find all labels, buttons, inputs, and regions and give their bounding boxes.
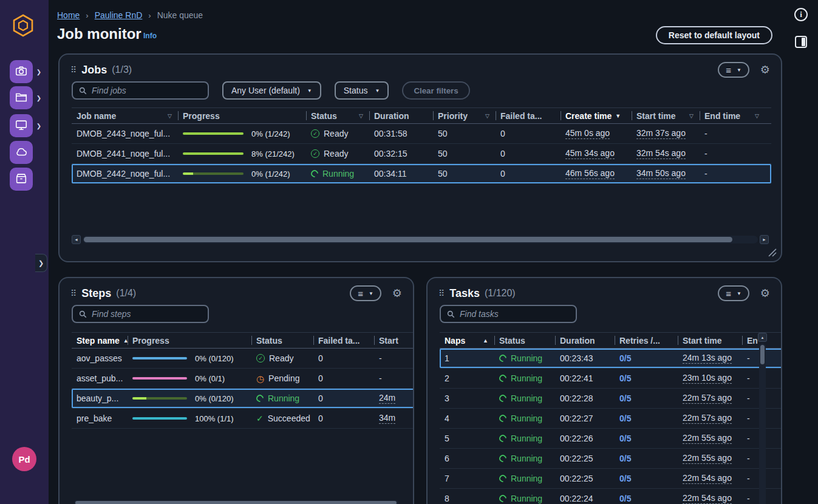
col-progress[interactable]: Progress	[178, 108, 306, 123]
scrollbar-thumb[interactable]	[75, 501, 397, 504]
retries-link[interactable]: 0/5	[619, 393, 631, 403]
create-time-value[interactable]: 45m 34s ago	[565, 148, 615, 159]
scrollbar-thumb[interactable]	[84, 237, 732, 242]
table-row[interactable]: DMOB_2441_noqe_ful... 8% (21/242) ✓Ready…	[72, 144, 771, 164]
start-time-value[interactable]: 34m	[379, 413, 395, 424]
breadcrumb-farm-link[interactable]: Pauline RnD	[95, 10, 143, 20]
tasks-search-input[interactable]	[460, 309, 570, 319]
col-create-time[interactable]: Create time ▼	[561, 108, 632, 123]
retries-link[interactable]: 0/5	[619, 373, 631, 383]
chevron-right-icon[interactable]: ❯	[35, 95, 43, 101]
col-priority[interactable]: Priority ▽	[433, 108, 496, 123]
table-row[interactable]: 7 Running 00:22:25 0/5 22m 54s ago -	[440, 469, 781, 489]
table-row[interactable]: 6 Running 00:22:25 0/5 22m 55s ago -	[440, 449, 781, 469]
col-naps[interactable]: Naps ▲	[440, 333, 494, 348]
col-start-time[interactable]: Start time ▽	[632, 108, 700, 123]
retries-link[interactable]: 0/5	[619, 494, 631, 503]
scroll-up-button[interactable]: ▲	[758, 333, 767, 342]
gear-icon[interactable]: ⚙	[760, 64, 770, 75]
create-time-value[interactable]: 46m 56s ago	[565, 168, 615, 179]
start-time-value[interactable]: 34m 50s ago	[636, 168, 686, 179]
breadcrumb-home-link[interactable]: Home	[57, 10, 80, 20]
start-time-value[interactable]: 23m 10s ago	[683, 373, 732, 384]
table-row[interactable]: 4 Running 00:22:27 0/5 22m 57s ago -	[440, 409, 781, 429]
chevron-right-icon[interactable]: ❯	[35, 123, 43, 129]
table-row[interactable]: 2 Running 00:22:41 0/5 23m 10s ago -	[440, 369, 781, 389]
status-filter-dropdown[interactable]: Status ▼	[335, 81, 389, 100]
scroll-left-button[interactable]: ◄	[72, 235, 81, 244]
jobs-search-input[interactable]	[92, 86, 202, 95]
col-duration[interactable]: Duration	[369, 108, 433, 123]
retries-link[interactable]: 0/5	[619, 414, 631, 423]
steps-actions-menu-button[interactable]: ≡ ▼	[350, 285, 381, 301]
sidebar-item-cloud[interactable]	[10, 141, 33, 164]
table-row[interactable]: aov_passes 0% (0/120) ✓Ready 0 -	[72, 349, 413, 369]
col-start-time[interactable]: Start	[374, 333, 413, 348]
user-filter-dropdown[interactable]: Any User (default) ▼	[222, 81, 321, 100]
filter-funnel-icon[interactable]: ▽	[689, 113, 694, 119]
filter-funnel-icon[interactable]: ▽	[485, 113, 489, 119]
col-retries[interactable]: Retries /...	[615, 333, 678, 348]
col-progress[interactable]: Progress	[128, 333, 251, 348]
start-time-value[interactable]: 22m 57s ago	[683, 413, 732, 424]
jobs-actions-menu-button[interactable]: ≡ ▼	[718, 62, 749, 78]
col-status[interactable]: Status	[251, 333, 313, 348]
table-row-selected[interactable]: beauty_p... 0% (0/120) Running 0 24m	[72, 389, 413, 409]
col-step-name[interactable]: Step name ▲	[72, 333, 128, 348]
start-time-value[interactable]: 22m 54s ago	[683, 493, 732, 504]
sidebar-expand-button[interactable]: ❯	[35, 254, 47, 272]
sidebar-item-render[interactable]	[10, 60, 33, 83]
tasks-actions-menu-button[interactable]: ≡ ▼	[718, 285, 749, 301]
reset-layout-button[interactable]: Reset to default layout	[656, 26, 772, 44]
table-row[interactable]: 8 Running 00:22:24 0/5 22m 54s ago -	[440, 489, 781, 504]
start-time-value[interactable]: 22m 57s ago	[683, 393, 732, 404]
side-panel-toggle-button[interactable]	[792, 33, 809, 50]
table-row-selected[interactable]: DMOB_2442_noqe_ful... 0% (1/242) Running…	[72, 164, 771, 184]
col-failed-tasks[interactable]: Failed ta...	[496, 108, 561, 123]
col-status[interactable]: Status	[494, 333, 555, 348]
sidebar-item-storage[interactable]	[10, 168, 33, 191]
table-row-selected[interactable]: 1 Running 00:23:43 0/5 24m 13s ago -	[440, 349, 781, 369]
table-row[interactable]: 5 Running 00:22:26 0/5 22m 55s ago -	[440, 429, 781, 449]
col-job-name[interactable]: Job name ▽	[72, 108, 178, 123]
start-time-value[interactable]: 22m 54s ago	[683, 473, 732, 484]
drag-handle-icon[interactable]: ⠿	[70, 288, 77, 298]
retries-link[interactable]: 0/5	[619, 474, 631, 483]
avatar[interactable]: Pd	[12, 447, 36, 471]
steps-search-input[interactable]	[92, 309, 202, 319]
steps-horizontal-scrollbar[interactable]	[74, 500, 398, 504]
table-row[interactable]: pre_bake 100% (1/1) ✓Succeeded 0 34m	[72, 409, 413, 429]
sidebar-item-files[interactable]	[10, 86, 33, 109]
chevron-right-icon[interactable]: ❯	[35, 69, 43, 75]
col-status[interactable]: Status ▽	[306, 108, 369, 123]
col-failed-tasks[interactable]: Failed ta...	[313, 333, 374, 348]
gear-icon[interactable]: ⚙	[392, 288, 402, 299]
col-duration[interactable]: Duration	[555, 333, 615, 348]
retries-link[interactable]: 0/5	[619, 434, 631, 443]
table-row[interactable]: asset_pub... 0% (0/1) ◷Pending 0 -	[72, 369, 413, 389]
retries-link[interactable]: 0/5	[619, 454, 631, 463]
table-row[interactable]: 3 Running 00:22:28 0/5 22m 57s ago -	[440, 389, 781, 409]
start-time-value[interactable]: 32m 54s ago	[636, 148, 686, 159]
sidebar-item-monitor[interactable]	[10, 114, 33, 137]
start-time-value[interactable]: 32m 37s ago	[636, 128, 686, 139]
start-time-value[interactable]: 24m	[379, 393, 395, 404]
start-time-value[interactable]: 22m 55s ago	[683, 433, 732, 444]
filter-funnel-icon[interactable]: ▽	[168, 113, 172, 119]
table-row[interactable]: DMOB_2443_noqe_ful... 0% (1/242) ✓Ready …	[72, 124, 771, 144]
drag-handle-icon[interactable]: ⠿	[438, 288, 445, 298]
scroll-right-button[interactable]: ►	[760, 235, 769, 244]
create-time-value[interactable]: 45m 0s ago	[565, 128, 610, 139]
col-end-time[interactable]: End time ▽	[700, 108, 765, 123]
info-link[interactable]: Info	[143, 32, 157, 40]
retries-link[interactable]: 0/5	[619, 353, 631, 363]
scrollbar-track[interactable]	[83, 236, 758, 243]
gear-icon[interactable]: ⚙	[760, 288, 770, 299]
drag-handle-icon[interactable]: ⠿	[70, 65, 77, 75]
app-logo-icon[interactable]	[11, 13, 35, 38]
panel-resize-handle[interactable]	[768, 248, 777, 257]
scrollbar-track[interactable]	[759, 343, 766, 504]
start-time-value[interactable]: 22m 55s ago	[683, 453, 732, 464]
filter-funnel-icon[interactable]: ▽	[359, 113, 363, 119]
start-time-value[interactable]: 24m 13s ago	[683, 353, 732, 364]
